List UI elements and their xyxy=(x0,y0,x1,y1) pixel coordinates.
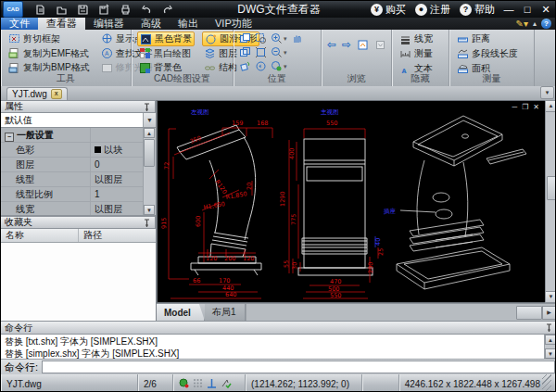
help-icon[interactable]: ? xyxy=(541,19,551,29)
page-up-icon[interactable] xyxy=(357,39,369,51)
favorites-list[interactable] xyxy=(1,243,156,321)
command-history[interactable]: 替换 [txt.shx] 字体为 [SIMPLEX.SHX]替换 [simple… xyxy=(1,335,556,360)
property-row[interactable]: 线型比例1 xyxy=(1,187,144,202)
menu-tab-文件[interactable]: 文件 xyxy=(1,18,38,30)
property-row[interactable]: 线宽以图层 xyxy=(1,202,144,216)
save-icon[interactable] xyxy=(75,3,91,16)
grid-snap-icon[interactable] xyxy=(193,378,203,390)
resize-grip[interactable] xyxy=(542,374,551,392)
measure-distance-button[interactable]: 距离 xyxy=(455,32,530,46)
locator-icon[interactable] xyxy=(179,378,189,390)
property-row[interactable]: 图层0 xyxy=(1,158,144,172)
pin-icon[interactable] xyxy=(143,103,151,111)
print-icon[interactable] xyxy=(118,3,133,16)
cut-frame-button[interactable]: 剪切框架 xyxy=(6,32,92,46)
minimize-button[interactable]: — xyxy=(501,4,516,15)
copy-view-icon[interactable] xyxy=(239,32,251,44)
scroll-up-icon[interactable]: ▲ xyxy=(546,101,556,112)
pin-icon[interactable] xyxy=(545,323,553,332)
scroll-up-icon[interactable]: ▲ xyxy=(144,128,155,138)
cad-canvas[interactable]: ─ ❐ ✕ xyxy=(157,100,545,303)
document-tab-close-icon[interactable]: x xyxy=(51,89,62,99)
scroll-down-icon[interactable]: ▼ xyxy=(545,348,556,359)
scroll-thumb[interactable] xyxy=(144,139,155,167)
property-value[interactable]: 1 xyxy=(91,187,144,201)
osnap-icon[interactable] xyxy=(221,378,232,390)
help-button[interactable]: ?帮助 xyxy=(457,3,498,17)
property-group-row[interactable]: −一般设置 xyxy=(1,128,144,143)
property-value[interactable]: 以图层 xyxy=(91,202,144,216)
rotate-view-icon[interactable] xyxy=(239,60,251,72)
property-value[interactable]: 以块 xyxy=(91,143,144,157)
copy-emf-button[interactable]: 复制为EMF格式 xyxy=(6,46,92,61)
lineweight-icon xyxy=(399,33,411,45)
canvas-vscrollbar[interactable]: ▲ ▼ xyxy=(545,100,556,303)
buy-button[interactable]: ¥购买 xyxy=(368,3,409,17)
layout-tab-布局1[interactable]: 布局1 xyxy=(205,304,246,321)
paste-view-icon[interactable] xyxy=(239,46,251,58)
back-icon[interactable]: ⇦ xyxy=(327,38,336,51)
forward-icon[interactable]: ⇨ xyxy=(342,38,351,51)
register-button[interactable]: ●注册 xyxy=(412,3,453,17)
dimension-text: 159 xyxy=(232,120,243,127)
close-button[interactable]: ✕ xyxy=(538,4,553,16)
maximize-button[interactable]: □ xyxy=(520,4,535,15)
collapse-icon[interactable]: − xyxy=(5,133,14,142)
menu-tab-输出[interactable]: 输出 xyxy=(170,18,207,30)
property-scrollbar[interactable]: ▲ ▼ xyxy=(143,128,156,215)
scroll-right-icon[interactable]: ▶ xyxy=(542,306,556,320)
group-label-measure: 测量 xyxy=(449,72,534,85)
document-tab[interactable]: YJT.dwg x xyxy=(6,87,68,100)
tab-list-dropdown[interactable]: ▾ xyxy=(540,86,554,99)
zoom-window-icon[interactable] xyxy=(255,32,267,44)
mdi-restore-icon[interactable]: ❐ xyxy=(522,103,528,111)
column-name[interactable]: 名称 xyxy=(1,229,79,242)
chevron-down-icon[interactable]: ▼ xyxy=(143,113,156,127)
pencil-icon[interactable]: ✎▾ xyxy=(516,19,528,29)
zoom-out-button[interactable]: ▾ xyxy=(271,46,287,58)
layout-tab-Model[interactable]: Model xyxy=(157,304,205,321)
dimension-text: 200 xyxy=(367,262,374,273)
scroll-down-icon[interactable]: ▼ xyxy=(144,205,155,215)
bw-drawing-button[interactable]: 黑白绘图 xyxy=(137,46,195,61)
property-value[interactable]: 以图层 xyxy=(91,172,144,186)
ortho-icon[interactable] xyxy=(207,378,217,390)
new-file-icon[interactable] xyxy=(32,3,48,16)
app-logo-icon[interactable]: CAD xyxy=(3,1,23,18)
hide-measure-button[interactable]: 测量 xyxy=(398,46,445,61)
collapse-ribbon-icon[interactable]: ▴ xyxy=(533,19,537,28)
pin-icon[interactable] xyxy=(143,219,151,227)
hide-lineweight-button[interactable]: 线宽 xyxy=(398,32,445,46)
ribbon-group-position: ▾ ▾ ▾ 位置 xyxy=(234,30,322,86)
zoom-in-button[interactable]: ▾ xyxy=(271,32,287,44)
scroll-thumb[interactable] xyxy=(516,306,542,320)
mdi-close-icon[interactable]: ✕ xyxy=(533,103,539,111)
undo-icon[interactable] xyxy=(139,3,155,16)
property-row[interactable]: 色彩以块 xyxy=(1,143,144,158)
menu-tab-高级[interactable]: 高级 xyxy=(133,18,170,30)
mdi-minimize-icon[interactable]: ─ xyxy=(512,103,517,111)
canvas-hscrollbar[interactable]: ▶ xyxy=(246,304,556,321)
measure-polyline-button[interactable]: 多段线长度 xyxy=(455,46,530,61)
scroll-down-icon[interactable]: ▼ xyxy=(546,291,556,302)
question-icon: ? xyxy=(460,4,472,16)
menu-tab-VIP功能[interactable]: VIP功能 xyxy=(207,18,260,30)
command-scrollbar[interactable]: ▲ ▼ xyxy=(544,335,556,359)
menu-tab-查看器[interactable]: 查看器 xyxy=(38,18,85,30)
menu-tab-编辑器[interactable]: 编辑器 xyxy=(85,18,133,30)
scroll-up-icon[interactable]: ▲ xyxy=(545,335,556,345)
property-row[interactable]: 线型以图层 xyxy=(1,172,144,187)
command-input[interactable] xyxy=(42,360,555,373)
scroll-thumb[interactable] xyxy=(547,176,556,200)
save-as-icon[interactable] xyxy=(96,3,112,16)
open-file-icon[interactable] xyxy=(54,3,70,16)
zoom-extents-icon[interactable] xyxy=(255,46,267,58)
black-background-toggle[interactable]: 黑色背景 xyxy=(137,32,195,46)
zoom-scale-button[interactable]: ▾ xyxy=(271,60,287,72)
redo-icon[interactable] xyxy=(160,3,176,16)
pan-hand-icon[interactable] xyxy=(291,32,303,44)
zoom-previous-icon[interactable] xyxy=(255,60,267,72)
preset-combobox[interactable]: 默认值 ▼ xyxy=(1,113,156,128)
column-path[interactable]: 路径 xyxy=(79,229,102,242)
property-value[interactable]: 0 xyxy=(91,158,144,171)
